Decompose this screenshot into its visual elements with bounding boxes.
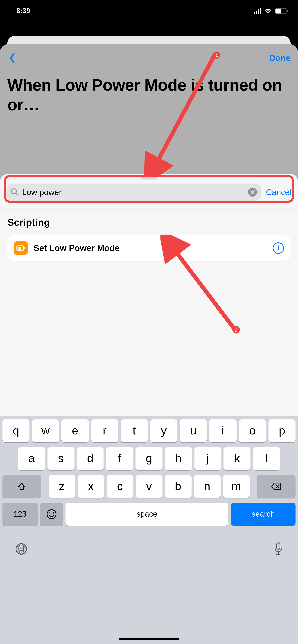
- key-dictation[interactable]: [273, 542, 283, 558]
- svg-point-2: [12, 189, 17, 194]
- key-o[interactable]: o: [239, 420, 266, 442]
- key-j[interactable]: j: [194, 447, 221, 470]
- svg-rect-5: [18, 246, 21, 250]
- keyboard-row-2: a s d f g h j k l: [2, 447, 296, 470]
- search-field[interactable]: [7, 184, 261, 201]
- key-m[interactable]: m: [223, 475, 249, 498]
- clear-search-button[interactable]: [248, 188, 257, 196]
- key-l[interactable]: l: [253, 447, 280, 470]
- status-indicators: 54: [254, 8, 286, 14]
- status-time: 8:39: [16, 7, 30, 15]
- key-s[interactable]: s: [47, 447, 74, 470]
- key-i[interactable]: i: [209, 420, 237, 442]
- wifi-icon: [264, 8, 272, 14]
- svg-line-3: [16, 193, 18, 195]
- section-header: Scripting: [7, 217, 290, 228]
- cellular-signal-icon: [254, 8, 261, 14]
- low-power-mode-icon: [14, 241, 28, 255]
- key-u[interactable]: u: [180, 420, 207, 442]
- battery-percent: 54: [278, 9, 283, 13]
- keyboard-row-3: z x c v b n m: [2, 475, 296, 498]
- search-sheet: Cancel Scripting: [0, 174, 298, 644]
- action-set-low-power-mode[interactable]: Set Low Power Mode i: [7, 236, 290, 261]
- key-v[interactable]: v: [136, 475, 162, 498]
- key-h[interactable]: h: [165, 447, 192, 470]
- key-c[interactable]: c: [107, 475, 133, 498]
- svg-point-11: [53, 512, 54, 514]
- x-icon: [250, 190, 254, 194]
- key-p[interactable]: p: [268, 420, 295, 442]
- key-n[interactable]: n: [194, 475, 220, 498]
- key-k[interactable]: k: [224, 447, 250, 470]
- key-f[interactable]: f: [106, 447, 133, 470]
- page-title: When Low Power Mode is turned on or…: [0, 67, 298, 127]
- key-shift[interactable]: [3, 475, 41, 498]
- action-label: Set Low Power Mode: [34, 243, 267, 253]
- back-button[interactable]: [7, 52, 16, 64]
- key-z[interactable]: z: [48, 475, 75, 498]
- chevron-left-icon: [9, 53, 15, 63]
- key-t[interactable]: t: [121, 420, 148, 442]
- key-d[interactable]: d: [77, 447, 104, 470]
- key-123[interactable]: 123: [3, 503, 38, 526]
- key-g[interactable]: g: [135, 447, 162, 470]
- globe-icon: [15, 542, 28, 555]
- home-indicator[interactable]: [119, 638, 179, 640]
- done-button[interactable]: Done: [269, 53, 290, 63]
- sheet-grabber[interactable]: [141, 177, 157, 179]
- key-w[interactable]: w: [32, 420, 59, 442]
- key-globe[interactable]: [15, 542, 28, 557]
- key-backspace[interactable]: [257, 475, 295, 498]
- svg-point-9: [47, 510, 56, 518]
- emoji-icon: [46, 508, 57, 520]
- backspace-icon: [271, 482, 282, 490]
- key-space[interactable]: space: [66, 503, 228, 526]
- key-e[interactable]: e: [62, 420, 89, 442]
- key-r[interactable]: r: [91, 420, 118, 442]
- key-q[interactable]: q: [3, 420, 30, 442]
- key-a[interactable]: a: [18, 447, 45, 470]
- battery-indicator: 54: [275, 8, 286, 14]
- svg-rect-6: [24, 247, 25, 250]
- mic-icon: [273, 542, 283, 556]
- svg-rect-15: [277, 543, 280, 549]
- key-x[interactable]: x: [78, 475, 104, 498]
- key-search[interactable]: search: [231, 503, 295, 526]
- status-bar: 8:39 54: [0, 0, 298, 22]
- search-input[interactable]: [22, 188, 245, 197]
- automation-sheet: Done When Low Power Mode is turned on or…: [0, 44, 298, 644]
- keyboard-row-4: 123 space search: [2, 503, 296, 526]
- shift-icon: [17, 482, 26, 491]
- annotation-badge-1: 1: [213, 52, 220, 59]
- key-emoji[interactable]: [40, 503, 63, 526]
- keyboard: q w e r t y u i o p a s d: [0, 416, 298, 644]
- annotation-badge-2: 2: [232, 326, 240, 334]
- action-info-button[interactable]: i: [272, 242, 284, 254]
- cancel-search-button[interactable]: Cancel: [266, 188, 291, 197]
- key-y[interactable]: y: [150, 420, 177, 442]
- keyboard-row-1: q w e r t y u i o p: [2, 420, 296, 442]
- search-icon: [11, 188, 19, 196]
- key-b[interactable]: b: [165, 475, 191, 498]
- svg-point-10: [49, 512, 51, 514]
